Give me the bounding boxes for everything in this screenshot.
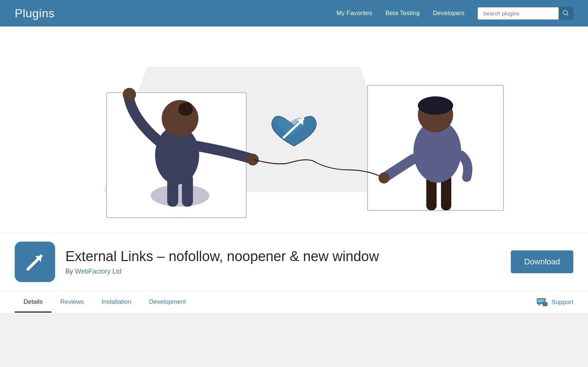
plugin-text-area: External Links – nofollow, noopener & ne…: [65, 248, 501, 276]
plugin-info-row: External Links – nofollow, noopener & ne…: [0, 232, 588, 291]
search-icon: [563, 10, 569, 16]
nav-my-favorites[interactable]: My Favorites: [336, 10, 372, 17]
tab-installation[interactable]: Installation: [93, 292, 140, 313]
search-input[interactable]: [478, 7, 559, 19]
tab-development[interactable]: Development: [140, 292, 195, 313]
author-link[interactable]: WebFactory Ltd: [75, 268, 122, 275]
plugin-logo-icon: [23, 250, 47, 274]
svg-rect-27: [543, 302, 548, 306]
tab-reviews[interactable]: Reviews: [51, 292, 93, 313]
svg-point-9: [183, 102, 192, 111]
site-header: Plugins My Favorites Beta Testing Develo…: [0, 0, 588, 26]
tabs-row: Details Reviews Installation Development…: [0, 291, 588, 313]
support-label: Support: [551, 299, 573, 306]
banner-illustration: [74, 38, 514, 221]
illustration-container: [74, 38, 514, 221]
search-container: [478, 7, 573, 20]
svg-marker-26: [539, 304, 541, 306]
svg-point-11: [247, 154, 259, 165]
nav-developers[interactable]: Developers: [433, 10, 465, 17]
support-link[interactable]: Support: [537, 291, 573, 313]
svg-point-18: [418, 96, 453, 115]
plugin-name: External Links – nofollow, noopener & ne…: [65, 248, 501, 265]
svg-point-19: [379, 172, 390, 184]
search-button[interactable]: [559, 7, 573, 20]
tabs-left: Details Reviews Installation Development: [15, 292, 195, 313]
support-icon: [537, 298, 548, 307]
author-prefix: By: [65, 268, 75, 275]
plugin-icon: [15, 242, 55, 282]
svg-point-10: [123, 88, 136, 101]
svg-point-3: [151, 185, 209, 207]
download-button[interactable]: Download: [511, 250, 573, 273]
nav-beta-testing[interactable]: Beta Testing: [386, 10, 420, 17]
plugin-author: By WebFactory Ltd: [65, 268, 501, 275]
plugin-banner: [0, 26, 588, 232]
main-nav: My Favorites Beta Testing Developers: [336, 7, 573, 20]
tab-details[interactable]: Details: [15, 292, 51, 313]
site-title: Plugins: [15, 7, 54, 20]
svg-marker-28: [544, 306, 546, 307]
